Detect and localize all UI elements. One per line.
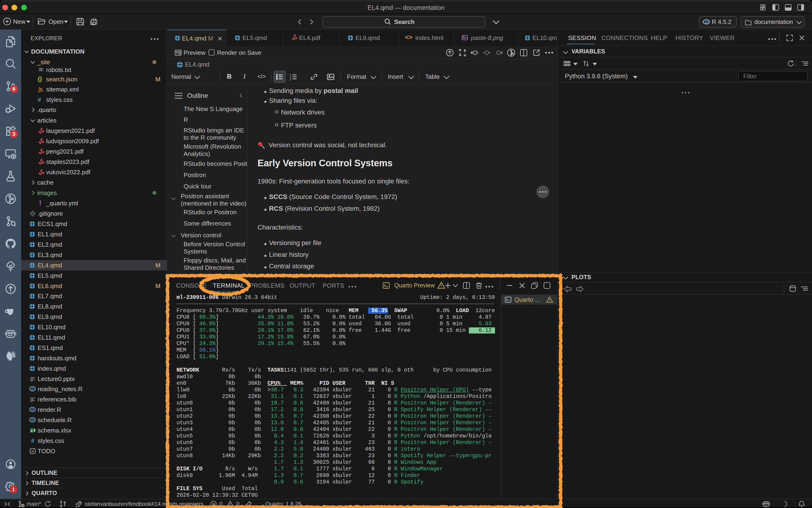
svg-text:R: R bbox=[31, 418, 34, 423]
svg-text:R: R bbox=[31, 387, 34, 392]
svg-text:3: 3 bbox=[290, 78, 291, 81]
svg-text:x: x bbox=[31, 429, 33, 432]
svg-text:R: R bbox=[31, 408, 34, 412]
svg-text:R: R bbox=[705, 20, 708, 26]
